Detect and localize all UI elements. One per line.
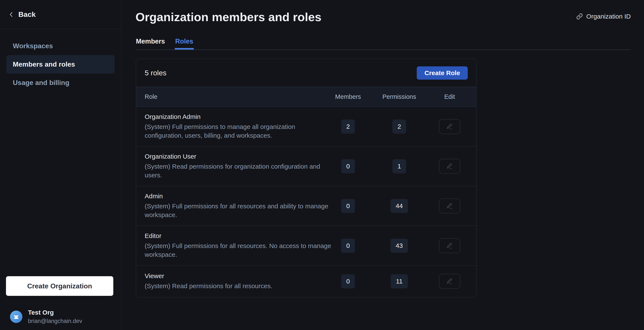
members-count-badge: 0 <box>341 199 355 213</box>
tab-members[interactable]: Members <box>136 38 165 50</box>
avatar <box>10 310 22 323</box>
permissions-count-badge: 11 <box>391 274 408 288</box>
sidebar-item-members-and-roles[interactable]: Members and roles <box>6 55 114 74</box>
role-name: Editor <box>145 232 332 240</box>
role-name: Viewer <box>145 272 332 280</box>
role-cell: Editor (System) Full permissions for all… <box>145 232 332 259</box>
table-row: Viewer (System) Read permissions for all… <box>136 266 476 297</box>
permissions-count-badge: 2 <box>392 120 406 134</box>
edit-role-button[interactable] <box>439 198 460 214</box>
table-row: Admin (System) Full permissions for all … <box>136 186 476 226</box>
sidebar-item-label: Members and roles <box>13 60 75 68</box>
roles-panel-header: 5 roles Create Role <box>136 59 476 87</box>
table-header-row: Role Members Permissions Edit <box>136 87 476 107</box>
organization-id-label: Organization ID <box>586 13 631 20</box>
org-account[interactable]: Test Org brian@langchain.dev <box>10 309 82 324</box>
permissions-count-badge: 1 <box>392 159 406 173</box>
account-info: Test Org brian@langchain.dev <box>28 309 82 324</box>
page-header: Organization members and roles Organizat… <box>136 0 631 24</box>
sidebar-item-usage-and-billing[interactable]: Usage and billing <box>6 74 114 92</box>
roles-panel: 5 roles Create Role Role Members Permiss… <box>136 59 476 297</box>
role-name: Organization User <box>145 153 332 160</box>
pencil-icon <box>446 242 454 250</box>
page-title: Organization members and roles <box>136 10 631 24</box>
members-count-badge: 0 <box>341 239 355 253</box>
role-cell: Viewer (System) Read permissions for all… <box>145 272 332 290</box>
edit-role-button[interactable] <box>439 159 460 174</box>
permissions-count-badge: 43 <box>390 239 408 253</box>
org-email: brian@langchain.dev <box>28 318 82 324</box>
main-content: Organization members and roles Organizat… <box>122 0 644 330</box>
sidebar-item-workspaces[interactable]: Workspaces <box>6 37 114 55</box>
members-count-badge: 0 <box>341 159 355 173</box>
table-row: Editor (System) Full permissions for all… <box>136 226 476 266</box>
sidebar-item-label: Usage and billing <box>13 79 69 87</box>
table-row: Organization User (System) Read permissi… <box>136 146 476 186</box>
column-header-members: Members <box>332 93 364 100</box>
back-label: Back <box>18 10 36 18</box>
role-description: (System) Read permissions for all resour… <box>145 282 332 290</box>
pencil-icon <box>446 162 454 170</box>
back-button[interactable]: Back <box>0 0 121 29</box>
column-header-edit: Edit <box>432 93 468 100</box>
role-description: (System) Full permissions to manage all … <box>145 122 332 140</box>
role-cell: Organization User (System) Read permissi… <box>145 153 332 180</box>
sidebar-nav: Workspaces Members and roles Usage and b… <box>0 37 121 92</box>
role-cell: Admin (System) Full permissions for all … <box>145 192 332 219</box>
tab-bar: Members Roles <box>136 38 631 50</box>
members-count-badge: 2 <box>341 120 355 134</box>
pencil-icon <box>446 123 454 130</box>
permissions-count-badge: 44 <box>390 199 408 213</box>
roles-count: 5 roles <box>145 69 166 77</box>
members-count-badge: 0 <box>341 274 355 288</box>
tab-roles[interactable]: Roles <box>175 38 194 50</box>
role-description: (System) Full permissions for all resour… <box>145 202 332 219</box>
edit-role-button[interactable] <box>439 274 460 289</box>
org-name: Test Org <box>28 309 82 316</box>
role-name: Admin <box>145 192 332 200</box>
role-name: Organization Admin <box>145 113 332 120</box>
column-header-permissions: Permissions <box>379 93 420 100</box>
edit-role-button[interactable] <box>439 238 460 253</box>
chevron-left-icon <box>8 11 15 18</box>
edit-role-button[interactable] <box>439 119 460 134</box>
organization-id-button[interactable]: Organization ID <box>576 13 631 20</box>
table-row: Organization Admin (System) Full permiss… <box>136 107 476 146</box>
sidebar-item-label: Workspaces <box>13 42 53 50</box>
pencil-icon <box>446 202 454 210</box>
pencil-icon <box>446 278 454 285</box>
column-header-role: Role <box>145 93 332 100</box>
create-role-button[interactable]: Create Role <box>417 66 468 80</box>
role-cell: Organization Admin (System) Full permiss… <box>145 113 332 140</box>
create-organization-button[interactable]: Create Organization <box>6 276 113 296</box>
sidebar: Back Workspaces Members and roles Usage … <box>0 0 121 330</box>
people-group-icon <box>12 313 20 320</box>
link-icon <box>576 13 583 20</box>
role-description: (System) Read permissions for organizati… <box>145 162 332 180</box>
role-description: (System) Full permissions for all resour… <box>145 242 332 259</box>
